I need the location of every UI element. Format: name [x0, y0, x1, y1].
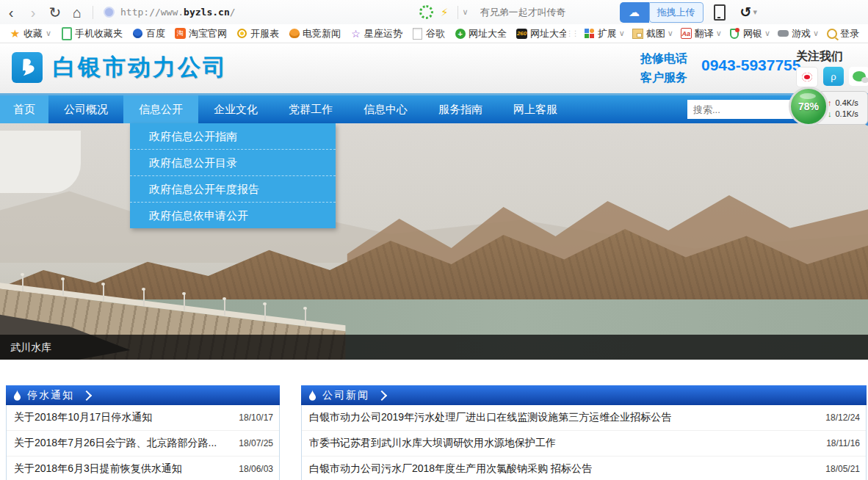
document-icon	[412, 28, 423, 39]
nav-item-corporate-culture[interactable]: 企业文化	[198, 95, 273, 123]
news-title[interactable]: 关于2018年7月26日会宁路、北京路部分路...	[14, 437, 217, 450]
send-to-phone-icon[interactable]	[714, 4, 726, 21]
download-arrow-icon: ↓	[828, 109, 832, 118]
badge-260-icon: 260	[516, 28, 527, 39]
forward-icon[interactable]: ›	[22, 1, 44, 23]
lamppost-icon	[305, 309, 306, 325]
news-row[interactable]: 市委书记苏君到武川水库大坝调研饮用水源地保护工作 18/11/16	[302, 431, 866, 457]
drag-upload-label[interactable]: 拖拽上传	[649, 2, 704, 23]
lamppost-icon	[103, 285, 104, 301]
news-row[interactable]: 白银市动力公司污水厂2018年度生产用次氯酸钠采购 招标公告 18/05/21	[302, 457, 866, 480]
news-title[interactable]: 关于2018年10月17日停水通知	[14, 411, 152, 424]
undo-menu-caret-icon[interactable]: ▾	[753, 7, 758, 17]
nav-item-service-guide[interactable]: 服务指南	[423, 95, 498, 123]
bookmark-baidu[interactable]: 百度	[132, 27, 165, 40]
company-news-panel: 公司新闻 白银市动力公司2019年污水处理厂进出口在线监测设施第三方运维企业招标…	[301, 385, 867, 480]
lightning-icon[interactable]: ⚡	[441, 6, 449, 19]
social-icons: ρ	[796, 67, 868, 87]
dropdown-item-annual-report[interactable]: 政府信息公开年度报告	[130, 176, 336, 203]
chevron-down-icon[interactable]: ∨	[764, 29, 770, 38]
news-row[interactable]: 关于2018年10月17日停水通知 18/10/17	[7, 405, 279, 431]
extensions-cluster: ⋮⋮ 扩展 ∨ 截图 ∨ Aa 翻译 ∨ 网银 ∨	[566, 24, 867, 43]
gamepad-icon	[778, 28, 789, 39]
bookmark-taobao[interactable]: 淘 淘宝官网	[175, 27, 227, 40]
nav-item-home[interactable]: 首页	[0, 95, 48, 123]
dropdown-item-catalog[interactable]: 政府信息公开目录	[130, 150, 336, 176]
dropdown-item-guide[interactable]: 政府信息公开指南	[130, 123, 336, 150]
tool-translate[interactable]: Aa 翻译 ∨	[681, 27, 722, 40]
shield-icon	[729, 28, 740, 39]
bookmark-horoscope[interactable]: ☆ 星座运势	[350, 27, 402, 40]
nav-item-party-work[interactable]: 党群工作	[273, 95, 348, 123]
bookmark-mobile-favorites[interactable]: 手机收藏夹	[61, 27, 123, 40]
tool-extensions[interactable]: 扩展 ∨	[584, 27, 625, 40]
divider	[93, 6, 93, 19]
nav-item-info-center[interactable]: 信息中心	[348, 95, 423, 123]
news-title[interactable]: 白银市动力公司2019年污水处理厂进出口在线监测设施第三方运维企业招标公告	[309, 411, 671, 424]
tool-label: 网银	[743, 27, 762, 40]
cloud-upload-widget[interactable]: ☁ 拖拽上传	[620, 2, 704, 23]
bookmarks-bar: ★ 收藏 ∨ 手机收藏夹 百度 淘 淘宝官网 开服表 电竞新闻 ☆ 星座运势	[0, 24, 868, 43]
panel-more-icon[interactable]	[377, 390, 387, 400]
url-text[interactable]: http://www.byzls.cn/	[120, 7, 236, 18]
undo-closed-tab-icon[interactable]: ↺	[740, 4, 752, 21]
site-info-icon[interactable]	[104, 7, 115, 18]
site-logo[interactable]: 白银市动力公司	[12, 52, 228, 83]
panel-title: 公司新闻	[322, 389, 369, 402]
back-icon[interactable]: ‹	[0, 1, 22, 23]
tencent-weibo-icon[interactable]: ρ	[823, 67, 844, 86]
bookmark-google[interactable]: 谷歌	[412, 27, 445, 40]
home-icon[interactable]: ⌂	[66, 1, 88, 23]
bookmark-site-directory[interactable]: + 网址大全	[455, 27, 507, 40]
dropdown-item-on-request[interactable]: 政府信息依申请公开	[130, 203, 336, 228]
refresh-icon[interactable]: ↻	[44, 1, 66, 23]
news-row[interactable]: 白银市动力公司2019年污水处理厂进出口在线监测设施第三方运维企业招标公告 18…	[302, 405, 866, 431]
chevron-down-icon[interactable]: ∨	[668, 29, 673, 38]
tool-label: 扩展	[598, 27, 617, 40]
speedup-icon[interactable]	[419, 5, 433, 19]
address-bar[interactable]: http://www.byzls.cn/	[104, 7, 419, 18]
nav-item-online-service[interactable]: 网上客服	[498, 95, 573, 123]
news-title[interactable]: 白银市动力公司污水厂2018年度生产用次氯酸钠采购 招标公告	[309, 462, 592, 476]
lamppost-icon	[224, 299, 225, 316]
bookmark-favorites[interactable]: ★ 收藏 ∨	[10, 27, 51, 40]
drag-handle-icon[interactable]: ⋮⋮	[566, 29, 578, 37]
chevron-down-icon[interactable]: ∨	[46, 29, 51, 38]
browser-search-input[interactable]	[479, 6, 614, 18]
upload-speed: 0.4K/s	[836, 98, 858, 107]
news-row[interactable]: 关于2018年6月3日提前恢复供水通知 18/06/03	[7, 457, 279, 480]
news-title[interactable]: 市委书记苏君到武川水库大坝调研饮用水源地保护工作	[309, 437, 556, 450]
hotline-number: 0943-5937755	[701, 57, 800, 74]
progress-ball[interactable]: 78%	[789, 87, 828, 126]
wechat-icon[interactable]	[849, 67, 868, 86]
tool-label: 翻译	[695, 27, 714, 40]
news-title[interactable]: 关于2018年6月3日提前恢复供水通知	[14, 462, 182, 476]
chevron-down-icon[interactable]: ∨	[716, 29, 722, 38]
weibo-icon[interactable]	[796, 67, 818, 87]
lamppost-icon	[62, 280, 64, 296]
extensions-grid-icon	[584, 28, 595, 39]
nav-item-company-profile[interactable]: 公司概况	[48, 95, 123, 123]
tool-label: 游戏	[792, 27, 811, 40]
netdisk-cloud-icon[interactable]: ☁	[620, 2, 649, 23]
nav-item-info-disclosure[interactable]: 信息公开	[123, 95, 198, 123]
chevron-down-icon[interactable]: ∨	[813, 29, 819, 38]
tool-games[interactable]: 游戏 ∨	[778, 27, 819, 40]
news-row[interactable]: 关于2018年7月26日会宁路、北京路部分路... 18/07/25	[7, 431, 279, 457]
search-engine-chevron-icon[interactable]: ∨	[463, 7, 469, 17]
magnifier-icon	[826, 28, 837, 39]
bookmark-260-directory[interactable]: 260 网址大全	[516, 27, 568, 40]
tool-login[interactable]: 登录	[826, 27, 859, 40]
panel-more-icon[interactable]	[82, 390, 92, 400]
tool-online-banking[interactable]: 网银 ∨	[729, 27, 770, 40]
bookmark-label: 网址大全	[530, 27, 568, 40]
bookmark-esports-news[interactable]: 电竞新闻	[289, 27, 341, 40]
info-disclosure-dropdown: 政府信息公开指南 政府信息公开目录 政府信息公开年度报告 政府信息依申请公开	[130, 123, 336, 228]
divider	[457, 6, 458, 19]
panel-header: 公司新闻	[301, 385, 867, 405]
tool-label: 截图	[646, 27, 665, 40]
taobao-icon: 淘	[175, 28, 186, 39]
chevron-down-icon[interactable]: ∨	[619, 29, 625, 38]
bookmark-kaifubiao[interactable]: 开服表	[236, 27, 279, 40]
tool-screenshot[interactable]: 截图 ∨	[632, 27, 673, 40]
